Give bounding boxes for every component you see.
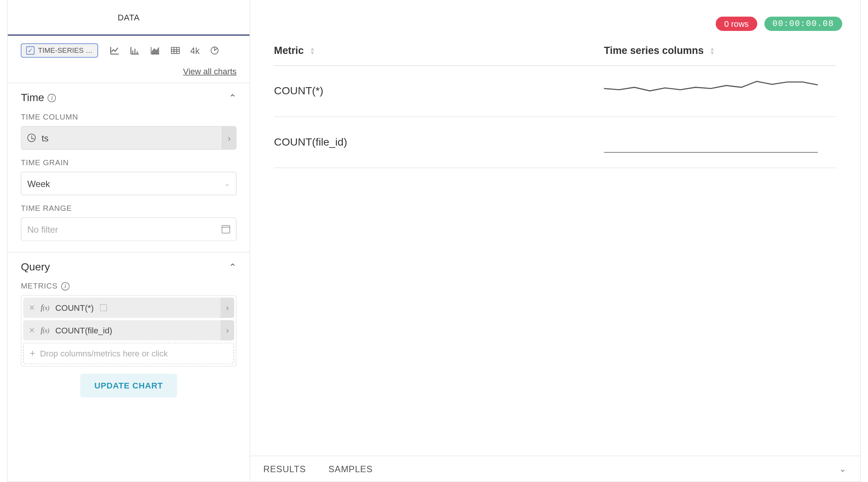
- sidebar-tabs: DATA: [8, 0, 249, 36]
- line-chart-icon[interactable]: [109, 45, 120, 56]
- time-range-label: TIME RANGE: [21, 204, 237, 213]
- chevron-down-icon: ⌄: [224, 180, 230, 188]
- column-header-metric[interactable]: Metric ▲▼: [274, 45, 604, 57]
- bottom-tabs: RESULTS SAMPLES ⌄: [250, 456, 860, 481]
- chevron-up-icon: ⌃: [229, 92, 236, 103]
- chevron-up-icon: ⌃: [229, 261, 236, 273]
- area-chart-icon[interactable]: [150, 45, 160, 56]
- section-query-header[interactable]: Query ⌃: [21, 261, 237, 273]
- section-time: Time i ⌃ TIME COLUMN ts › TIME GRAIN Wee…: [8, 83, 249, 252]
- svg-rect-0: [171, 48, 179, 54]
- pie-chart-icon[interactable]: [209, 45, 220, 56]
- sparkline: [604, 78, 818, 101]
- sparkline: [604, 129, 818, 153]
- remove-metric-icon[interactable]: ×: [29, 302, 35, 313]
- time-column-select[interactable]: ts ›: [21, 126, 237, 150]
- chevron-right-icon: ›: [221, 320, 234, 341]
- metrics-label: METRICS i: [21, 282, 237, 291]
- info-icon: i: [48, 94, 56, 102]
- fx-icon: f(x): [41, 303, 49, 312]
- tab-data[interactable]: DATA: [8, 0, 249, 36]
- metric-cell: COUNT(*): [274, 85, 604, 97]
- sparkline-cell: [604, 129, 818, 156]
- metrics-drop-zone[interactable]: + Drop columns/metrics here or click: [23, 343, 234, 364]
- sort-icon[interactable]: ▲▼: [310, 48, 315, 55]
- chart-type-row: ✓ TIME-SERIES … 4k: [8, 36, 249, 61]
- sort-icon[interactable]: ▲▼: [709, 48, 715, 55]
- metric-extra-icon: [100, 304, 107, 311]
- tab-samples[interactable]: SAMPLES: [328, 464, 372, 474]
- section-query: Query ⌃ METRICS i × f(x) COUNT(*) ›: [8, 252, 249, 414]
- chart-type-icons: 4k: [109, 45, 220, 56]
- info-icon: i: [61, 282, 69, 290]
- plus-icon: +: [30, 348, 35, 359]
- bar-chart-icon[interactable]: [129, 45, 140, 56]
- chart-type-label: TIME-SERIES …: [38, 46, 93, 55]
- fx-icon: f(x): [41, 325, 49, 335]
- time-column-value: ts: [42, 133, 48, 143]
- chevron-right-icon: ›: [221, 298, 234, 318]
- section-query-title: Query: [21, 261, 50, 273]
- time-grain-value: Week: [27, 178, 50, 189]
- time-range-select[interactable]: No filter: [21, 217, 237, 241]
- table-row: COUNT(file_id): [274, 117, 836, 168]
- status-badges: 0 rows 00:00:00.08: [716, 17, 842, 31]
- results-table: Metric ▲▼ Time series columns ▲▼ COUNT(*…: [250, 45, 860, 456]
- table-icon[interactable]: [170, 45, 180, 56]
- time-grain-label: TIME GRAIN: [21, 158, 237, 167]
- update-chart-button[interactable]: UPDATE CHART: [80, 374, 177, 398]
- drop-zone-label: Drop columns/metrics here or click: [40, 349, 168, 358]
- table-row: COUNT(*): [274, 66, 836, 117]
- sparkline-cell: [604, 78, 818, 104]
- check-icon: ✓: [26, 46, 34, 55]
- time-badge: 00:00:00.08: [764, 17, 842, 31]
- metric-cell: COUNT(file_id): [274, 136, 604, 149]
- time-grain-select[interactable]: Week ⌄: [21, 172, 237, 195]
- chevron-down-icon[interactable]: ⌄: [839, 464, 847, 474]
- sidebar: DATA ✓ TIME-SERIES … 4k View all chart: [8, 0, 250, 481]
- remove-metric-icon[interactable]: ×: [29, 325, 35, 336]
- chart-type-chip[interactable]: ✓ TIME-SERIES …: [21, 43, 98, 58]
- table-header: Metric ▲▼ Time series columns ▲▼: [274, 45, 836, 66]
- column-header-timeseries[interactable]: Time series columns ▲▼: [604, 45, 715, 57]
- metrics-group: × f(x) COUNT(*) › × f(x) COUNT(file_id) …: [21, 295, 237, 367]
- metric-pill[interactable]: × f(x) COUNT(*) ›: [23, 298, 234, 318]
- section-time-header[interactable]: Time i ⌃: [21, 92, 237, 104]
- sidebar-scroll: ✓ TIME-SERIES … 4k View all charts: [8, 36, 249, 481]
- clock-icon: [27, 134, 35, 142]
- section-time-title: Time: [21, 92, 44, 104]
- tab-results[interactable]: RESULTS: [263, 464, 306, 474]
- rows-badge: 0 rows: [716, 17, 757, 31]
- metric-pill[interactable]: × f(x) COUNT(file_id) ›: [23, 320, 234, 341]
- big-number-icon[interactable]: 4k: [190, 45, 200, 55]
- metric-label: COUNT(file_id): [55, 325, 112, 335]
- main-area: 0 rows 00:00:00.08 Metric ▲▼ Time series…: [250, 0, 860, 481]
- view-all-charts-link[interactable]: View all charts: [183, 66, 237, 76]
- metric-label: COUNT(*): [55, 303, 94, 312]
- time-range-placeholder: No filter: [27, 224, 58, 235]
- time-column-label: TIME COLUMN: [21, 112, 237, 121]
- calendar-icon: [222, 225, 230, 233]
- chevron-right-icon: ›: [222, 126, 236, 149]
